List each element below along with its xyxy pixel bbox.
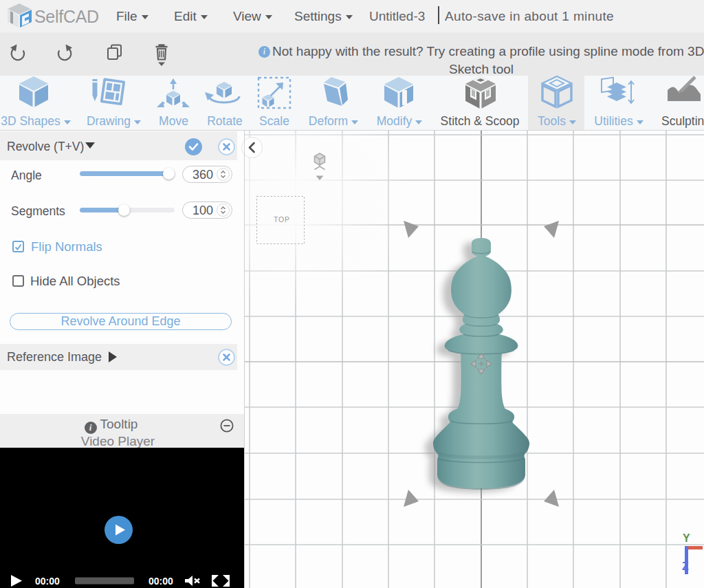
svg-text:00:00: 00:00 xyxy=(148,576,173,587)
svg-text:Y: Y xyxy=(683,532,690,544)
svg-text:00:00: 00:00 xyxy=(35,576,60,587)
svg-text:Z: Z xyxy=(682,560,689,572)
